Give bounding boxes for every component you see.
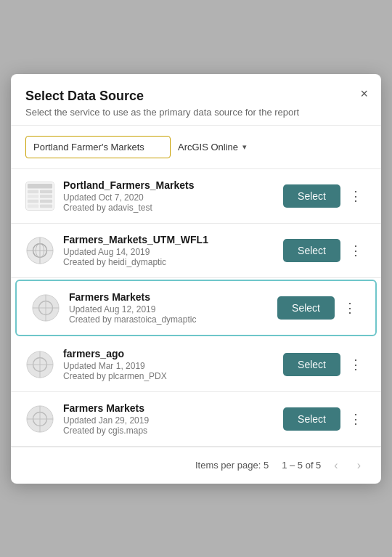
chevron-down-icon: ▾ [242,142,247,152]
select-button[interactable]: Select [277,296,335,320]
item-actions: Select ⋮ [277,296,361,320]
more-options-button[interactable]: ⋮ [345,241,367,260]
select-button[interactable]: Select [283,407,340,431]
dialog-header: Select Data Source Select the service to… [11,74,381,126]
item-actions: Select ⋮ [283,407,367,431]
item-icon [25,404,54,434]
pagination-items-per-page-label: Items per page: 5 [195,460,269,471]
pagination-next-button[interactable]: › [351,456,367,475]
item-icon [31,293,60,322]
list-item: Farmers Markets Updated Aug 12, 2019 Cre… [15,280,377,336]
item-updated: Updated Aug 12, 2019 [69,304,269,314]
item-actions: Select ⋮ [283,239,367,262]
select-data-source-dialog: Select Data Source Select the service to… [11,74,381,484]
more-options-button[interactable]: ⋮ [345,187,367,206]
item-updated: Updated Jan 29, 2019 [63,415,274,426]
source-select-value: ArcGIS Online [178,142,238,153]
item-icon [25,182,54,211]
select-button[interactable]: Select [283,184,340,208]
item-created: Created by cgis.maps [63,426,274,436]
search-bar: ArcGIS Online ▾ [11,126,381,168]
item-actions: Select ⋮ [283,353,367,376]
item-created: Created by heidi_dymaptic [63,257,274,267]
svg-rect-7 [40,199,52,203]
svg-rect-1 [28,183,52,188]
select-button[interactable]: Select [283,353,340,376]
item-name: Portland_Farmers_Markets [63,179,274,191]
item-created: Created by marastoica_dymaptic [69,314,269,325]
items-list: Portland_Farmers_Markets Updated Oct 7, … [11,168,381,447]
select-button[interactable]: Select [283,239,340,262]
item-name: Farmers Markets [69,291,269,303]
item-icon [25,350,54,379]
list-item: Farmers Markets Updated Jan 29, 2019 Cre… [11,392,381,447]
svg-rect-4 [28,195,38,198]
item-name: Farmers Markets [63,402,274,414]
item-info: Farmers Markets Updated Jan 29, 2019 Cre… [63,402,274,436]
svg-rect-3 [40,190,52,193]
search-input[interactable] [25,136,171,158]
item-updated: Updated Mar 1, 2019 [63,361,274,371]
item-created: Created by plcarmen_PDX [63,371,274,381]
item-info: Farmers_Markets_UTM_WFL1 Updated Aug 14,… [63,234,274,267]
pagination-range: 1 – 5 of 5 [282,460,321,471]
svg-rect-9 [40,204,52,208]
source-select[interactable]: ArcGIS Online ▾ [178,142,247,153]
item-info: Portland_Farmers_Markets Updated Oct 7, … [63,179,274,213]
item-icon [25,236,54,265]
item-info: farmers_ago Updated Mar 1, 2019 Created … [63,348,274,381]
item-name: Farmers_Markets_UTM_WFL1 [63,234,274,245]
more-options-button[interactable]: ⋮ [345,355,367,374]
list-item: farmers_ago Updated Mar 1, 2019 Created … [11,338,381,392]
dialog-title: Select Data Source [25,89,367,104]
close-button[interactable]: × [357,84,371,103]
item-updated: Updated Aug 14, 2019 [63,247,274,257]
item-created: Created by adavis_test [63,203,274,213]
more-options-button[interactable]: ⋮ [339,298,361,317]
item-info: Farmers Markets Updated Aug 12, 2019 Cre… [69,291,269,325]
list-item: Portland_Farmers_Markets Updated Oct 7, … [11,169,381,224]
item-updated: Updated Oct 7, 2020 [63,192,274,203]
svg-rect-5 [40,195,52,198]
dialog-subtitle: Select the service to use as the primary… [25,107,367,118]
svg-rect-2 [28,190,38,193]
item-name: farmers_ago [63,348,274,359]
more-options-button[interactable]: ⋮ [345,410,367,428]
svg-rect-8 [28,204,38,208]
list-item: Farmers_Markets_UTM_WFL1 Updated Aug 14,… [11,224,381,278]
svg-rect-6 [28,199,38,203]
pagination-prev-button[interactable]: ‹ [328,456,343,475]
pagination: Items per page: 5 1 – 5 of 5 ‹ › [11,447,381,484]
item-actions: Select ⋮ [283,184,367,208]
